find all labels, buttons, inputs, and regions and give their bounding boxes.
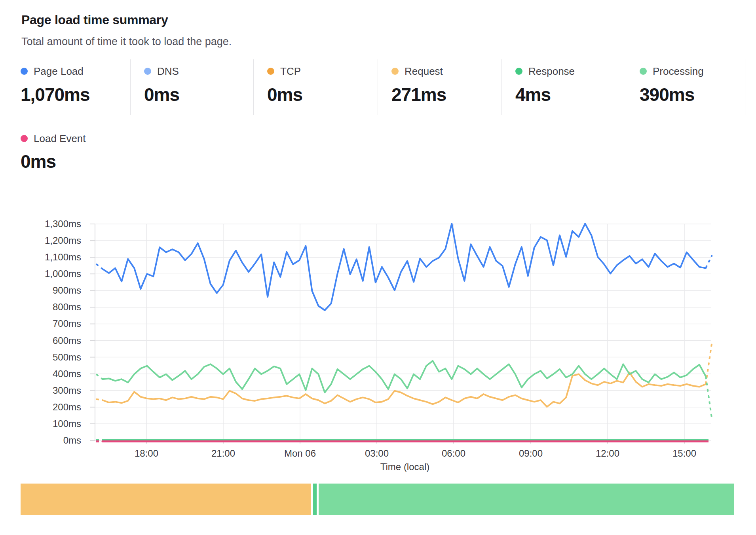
timeline-segment-phase-marker[interactable] bbox=[313, 484, 317, 515]
y-tick-label: 1,300ms bbox=[18, 218, 81, 230]
x-tick-label: Mon 06 bbox=[266, 448, 334, 459]
x-tick-label: 21:00 bbox=[190, 448, 257, 459]
x-tick-label: 03:00 bbox=[343, 448, 410, 459]
y-tick-label: 800ms bbox=[18, 301, 81, 313]
y-tick-label: 400ms bbox=[18, 368, 81, 380]
y-tick-label: 1,200ms bbox=[18, 235, 81, 247]
x-tick-label: 12:00 bbox=[574, 448, 641, 459]
y-tick-label: 0ms bbox=[18, 434, 81, 446]
x-tick-label: 06:00 bbox=[420, 448, 487, 459]
timeline-segment-request-phase[interactable] bbox=[21, 484, 311, 515]
page-load-summary-panel: Page load time summary Total amount of t… bbox=[0, 0, 756, 535]
x-tick-label: 18:00 bbox=[113, 448, 180, 459]
y-tick-label: 700ms bbox=[18, 318, 81, 330]
timeline-bar[interactable] bbox=[21, 484, 735, 515]
timeline-segment-processing-phase[interactable] bbox=[319, 484, 734, 515]
series-processing bbox=[103, 361, 706, 393]
y-tick-label: 200ms bbox=[18, 401, 81, 413]
y-tick-label: 300ms bbox=[18, 385, 81, 397]
y-tick-label: 500ms bbox=[18, 351, 81, 363]
series-page-load bbox=[103, 224, 706, 310]
x-tick-label: 09:00 bbox=[497, 448, 564, 459]
y-tick-label: 1,000ms bbox=[18, 268, 81, 280]
y-tick-label: 100ms bbox=[18, 418, 81, 430]
y-tick-label: 1,100ms bbox=[18, 251, 81, 263]
y-tick-label: 600ms bbox=[18, 335, 81, 347]
x-tick-label: 15:00 bbox=[651, 448, 718, 459]
y-tick-label: 900ms bbox=[18, 285, 81, 296]
x-axis-title: Time (local) bbox=[363, 461, 446, 472]
